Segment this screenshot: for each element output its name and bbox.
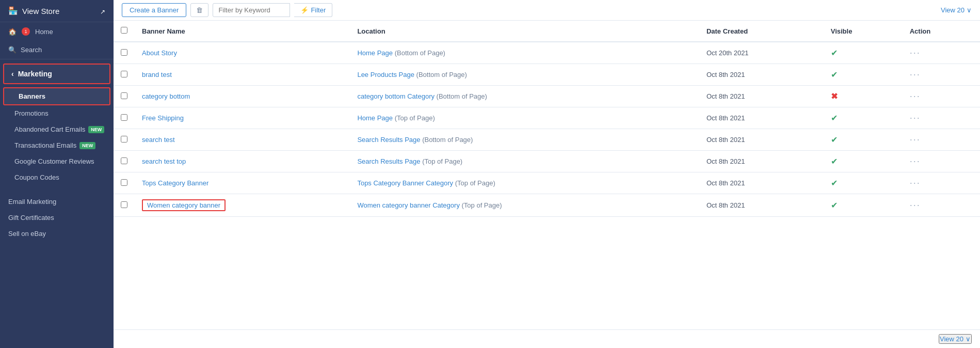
sidebar: 🏪 View Store 🏠 1 Home 🔍 Search ‹ Marketi… [0,0,114,348]
action-menu-button[interactable]: ··· [910,69,921,80]
location-link[interactable]: Search Results Page [357,157,420,165]
sell-ebay-label: Sell on eBay [8,230,46,238]
banner-name-link[interactable]: Tops Category Banner [142,179,208,187]
col-checkbox [114,21,135,42]
check-icon: ✔ [831,201,838,210]
location-link[interactable]: Women category banner Category [357,201,459,209]
row-checkbox[interactable] [121,201,127,208]
banner-name-link[interactable]: category bottom [142,92,190,100]
check-icon: ✔ [831,49,838,57]
banner-name-highlighted[interactable]: Women category banner [142,199,226,211]
chevron-left-icon: ‹ [11,70,14,78]
sidebar-promotions-item[interactable]: Promotions [0,105,114,121]
gift-certificates-label: Gift Certificates [8,214,54,222]
location-link[interactable]: Home Page [357,114,393,122]
sidebar-sell-ebay-item[interactable]: Sell on eBay [0,226,114,242]
date-created: Oct 20th 2021 [699,42,824,64]
banner-name-link[interactable]: search test top [142,157,186,165]
row-checkbox[interactable] [121,92,127,99]
action-menu-button[interactable]: ··· [910,91,921,101]
email-marketing-label: Email Marketing [8,198,56,205]
sidebar-google-reviews-item[interactable]: Google Customer Reviews [0,153,114,169]
table-row: Free ShippingHome Page (Top of Page)Oct … [114,107,980,129]
col-banner-name: Banner Name [135,21,350,42]
main-content: Create a Banner 🗑 ⚡ Filter View 20 ∨ [114,0,980,348]
sidebar-banners-item[interactable]: Banners [3,87,110,105]
view-select-top[interactable]: View 20 ∨ [941,6,972,14]
banners-label: Banners [19,92,45,100]
action-menu-button[interactable]: ··· [910,48,921,58]
sidebar-coupon-codes-item[interactable]: Coupon Codes [0,169,114,185]
location-suffix: (Bottom of Page) [435,92,487,100]
toolbar-right: View 20 ∨ [941,6,972,14]
view-select-bottom[interactable]: View 20 ∨ [939,334,972,344]
action-menu-button[interactable]: ··· [910,156,921,166]
google-reviews-label: Google Customer Reviews [14,157,94,165]
abandoned-cart-new-badge: NEW [88,126,104,133]
col-location: Location [350,21,699,42]
col-visible: Visible [824,21,903,42]
banner-name-link[interactable]: Free Shipping [142,114,184,122]
banner-name-link[interactable]: About Story [142,49,177,57]
row-checkbox[interactable] [121,71,127,77]
external-link-icon [100,7,105,15]
row-checkbox[interactable] [121,157,127,164]
filter-label: Filter [311,6,326,14]
location-suffix: (Top of Page) [460,201,502,209]
abandoned-cart-label: Abandoned Cart Emails [14,125,85,133]
location-suffix: (Bottom of Page) [421,136,473,144]
row-checkbox[interactable] [121,49,127,56]
date-created: Oct 8th 2021 [699,107,824,129]
home-badge: 1 [22,27,30,36]
action-menu-button[interactable]: ··· [910,134,921,145]
action-menu-button[interactable]: ··· [910,113,921,123]
banner-name-link[interactable]: search test [142,136,175,144]
location-suffix: (Top of Page) [393,114,435,122]
location-suffix: (Bottom of Page) [393,49,445,57]
search-label: Search [21,46,42,54]
check-icon: ✔ [831,179,838,187]
visible-indicator: ✔ [824,107,903,129]
action-menu-button[interactable]: ··· [910,178,921,188]
banners-table-container: Banner Name Location Date Created Visibl… [114,21,980,329]
sidebar-marketing-item[interactable]: ‹ Marketing [3,64,110,84]
row-checkbox[interactable] [121,114,127,121]
visible-indicator: ✔ [824,194,903,217]
visible-indicator: ✔ [824,129,903,151]
check-icon: ✔ [831,114,838,122]
check-icon: ✔ [831,157,838,166]
sidebar-transactional-item[interactable]: Transactional Emails NEW [0,137,114,153]
filter-button[interactable]: ⚡ Filter [294,3,332,17]
sidebar-home-item[interactable]: 🏠 1 Home [0,22,114,41]
location-suffix: (Top of Page) [421,157,463,165]
sidebar-email-marketing-item[interactable]: Email Marketing [0,194,114,210]
action-menu-button[interactable]: ··· [910,200,921,210]
view-select-bottom-label: View 20 [940,335,963,343]
sidebar-search-item[interactable]: 🔍 Search [0,41,114,59]
table-row: brand testLee Products Page (Bottom of P… [114,64,980,86]
table-row: About StoryHome Page (Bottom of Page)Oct… [114,42,980,64]
location-link[interactable]: Search Results Page [357,136,420,144]
sidebar-gift-certificates-item[interactable]: Gift Certificates [0,210,114,226]
store-icon: 🏪 [8,6,18,15]
row-checkbox[interactable] [121,136,127,143]
sidebar-abandoned-cart-item[interactable]: Abandoned Cart Emails NEW [0,121,114,137]
location-link[interactable]: Tops Category Banner Category [357,179,453,187]
date-created: Oct 8th 2021 [699,151,824,172]
location-link[interactable]: Home Page [357,49,393,57]
filter-keyword-input[interactable] [213,3,290,17]
toolbar: Create a Banner 🗑 ⚡ Filter View 20 ∨ [114,0,980,21]
delete-button[interactable]: 🗑 [190,3,208,17]
visible-indicator: ✔ [824,64,903,86]
row-checkbox[interactable] [121,179,127,186]
view-store-link[interactable]: 🏪 View Store [0,0,114,22]
footer-bar: View 20 ∨ [114,329,980,348]
location-link[interactable]: Lee Products Page [357,71,414,78]
location-link[interactable]: category bottom Category [357,92,435,100]
select-all-checkbox[interactable] [121,27,127,34]
banner-name-link[interactable]: brand test [142,71,172,78]
transactional-new-badge: NEW [79,142,95,149]
cross-icon: ✖ [831,92,838,101]
table-header-row: Banner Name Location Date Created Visibl… [114,21,980,42]
create-banner-button[interactable]: Create a Banner [122,3,186,17]
